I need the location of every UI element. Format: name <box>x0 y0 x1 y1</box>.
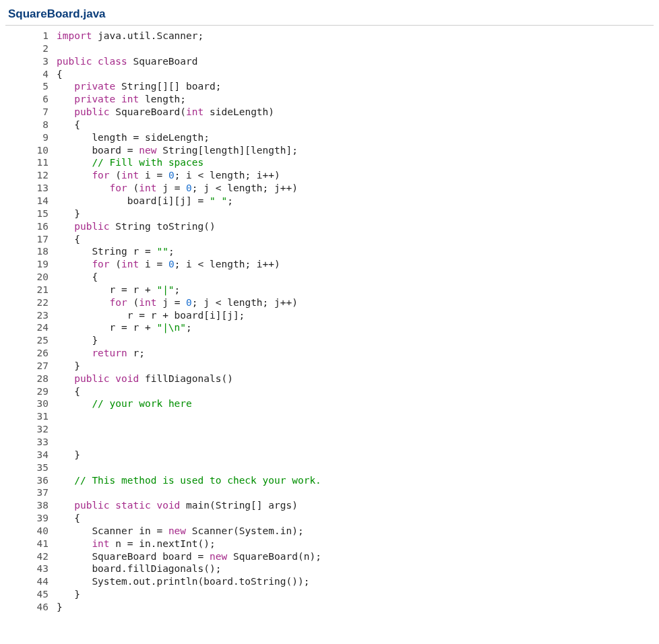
code-line: // Fill with spaces <box>57 156 654 169</box>
line-number: 24 <box>5 321 51 334</box>
code-line: length = sideLength; <box>57 131 654 144</box>
line-number: 11 <box>5 156 51 169</box>
code-line: public class SquareBoard <box>57 55 654 68</box>
code-line: r = r + board[i][j]; <box>57 309 654 322</box>
code-line: } <box>57 601 654 614</box>
line-number: 39 <box>5 512 51 525</box>
code-line: public String toString() <box>57 220 654 233</box>
code-line: public static void main(String[] args) <box>57 499 654 512</box>
code-line <box>57 461 654 474</box>
line-number: 33 <box>5 436 51 449</box>
code-area: 1234567891011121314151617181920212223242… <box>5 27 654 614</box>
code-line: for (int i = 0; i < length; i++) <box>57 258 654 271</box>
code-line <box>57 423 654 436</box>
line-number: 1 <box>5 30 51 42</box>
code-line: import java.util.Scanner; <box>57 30 654 42</box>
code-line: int n = in.nextInt(); <box>57 538 654 550</box>
line-number: 16 <box>5 220 51 233</box>
line-number: 25 <box>5 334 51 347</box>
line-number: 14 <box>5 195 51 207</box>
code-line: board.fillDiagonals(); <box>57 562 654 575</box>
code-line: for (int j = 0; j < length; j++) <box>57 296 654 309</box>
code-line: r = r + "|\n"; <box>57 321 654 334</box>
file-title: SquareBoard.java <box>5 5 654 26</box>
line-number: 43 <box>5 562 51 575</box>
code-line: private String[][] board; <box>57 80 654 93</box>
code-line: } <box>57 207 654 220</box>
line-number: 19 <box>5 258 51 271</box>
code-line: { <box>57 512 654 525</box>
line-number: 18 <box>5 245 51 258</box>
code-line <box>57 436 654 449</box>
code-line: { <box>57 68 654 81</box>
code-line: System.out.println(board.toString()); <box>57 575 654 588</box>
line-number: 30 <box>5 397 51 410</box>
line-number: 6 <box>5 93 51 106</box>
code-line: public void fillDiagonals() <box>57 373 654 385</box>
code-line: board[i][j] = " "; <box>57 195 654 207</box>
line-number: 9 <box>5 131 51 144</box>
code-line: { <box>57 119 654 131</box>
line-number: 7 <box>5 106 51 119</box>
line-number: 20 <box>5 271 51 284</box>
line-number: 27 <box>5 360 51 373</box>
code-line <box>57 486 654 499</box>
code-line: for (int i = 0; i < length; i++) <box>57 169 654 182</box>
line-number: 34 <box>5 449 51 461</box>
line-number: 40 <box>5 525 51 538</box>
code-line: // This method is used to check your wor… <box>57 474 654 487</box>
code-line: SquareBoard board = new SquareBoard(n); <box>57 550 654 563</box>
code-line: public SquareBoard(int sideLength) <box>57 106 654 119</box>
code-line <box>57 410 654 423</box>
code-line: { <box>57 385 654 398</box>
code-line: { <box>57 233 654 246</box>
line-number: 28 <box>5 373 51 385</box>
line-number: 12 <box>5 169 51 182</box>
line-number: 21 <box>5 284 51 296</box>
line-number: 3 <box>5 55 51 68</box>
line-number: 31 <box>5 410 51 423</box>
code-line: // your work here <box>57 397 654 410</box>
line-number: 4 <box>5 68 51 81</box>
code-line: board = new String[length][length]; <box>57 144 654 157</box>
line-number: 2 <box>5 42 51 55</box>
line-number: 29 <box>5 385 51 398</box>
line-number: 41 <box>5 538 51 550</box>
line-number: 5 <box>5 80 51 93</box>
line-number: 10 <box>5 144 51 157</box>
code-line: } <box>57 588 654 601</box>
line-number: 32 <box>5 423 51 436</box>
line-number: 36 <box>5 474 51 487</box>
line-number: 35 <box>5 461 51 474</box>
line-number: 44 <box>5 575 51 588</box>
code-line: for (int j = 0; j < length; j++) <box>57 182 654 195</box>
line-number: 26 <box>5 347 51 360</box>
line-number: 38 <box>5 499 51 512</box>
line-number: 42 <box>5 550 51 563</box>
code-line: r = r + "|"; <box>57 284 654 296</box>
line-number: 45 <box>5 588 51 601</box>
code-line: String r = ""; <box>57 245 654 258</box>
line-number-gutter: 1234567891011121314151617181920212223242… <box>5 30 57 614</box>
line-number: 23 <box>5 309 51 322</box>
line-number: 15 <box>5 207 51 220</box>
code-line: } <box>57 334 654 347</box>
code-line: } <box>57 449 654 461</box>
code-line <box>57 42 654 55</box>
line-number: 22 <box>5 296 51 309</box>
code-line: } <box>57 360 654 373</box>
code-line: private int length; <box>57 93 654 106</box>
line-number: 13 <box>5 182 51 195</box>
code-line: { <box>57 271 654 284</box>
line-number: 37 <box>5 486 51 499</box>
code-line: Scanner in = new Scanner(System.in); <box>57 525 654 538</box>
line-number: 17 <box>5 233 51 246</box>
line-number: 8 <box>5 119 51 131</box>
code-line: return r; <box>57 347 654 360</box>
code-content: import java.util.Scanner; public class S… <box>57 30 654 614</box>
line-number: 46 <box>5 601 51 614</box>
